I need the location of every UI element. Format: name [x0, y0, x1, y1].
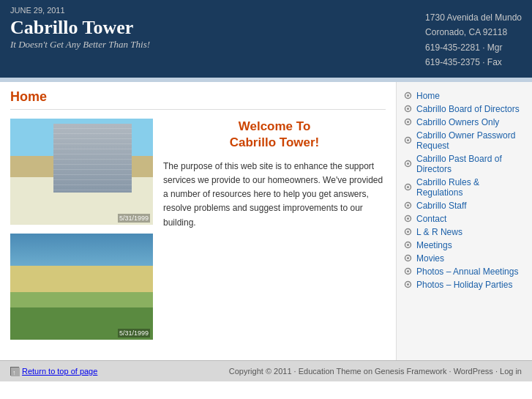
fax: 619-435-2375 · Fax [425, 55, 522, 70]
svg-point-11 [407, 186, 409, 188]
header-address: 1730 Avenida del Mundo Coronado, CA 9211… [425, 10, 522, 70]
left-column: 5/31/1999 5/31/1999 [10, 119, 153, 340]
sidebar-item-rules: Cabrillo Rules & Regulations [404, 176, 525, 199]
gear-icon [404, 136, 413, 145]
gear-icon [404, 183, 413, 192]
svg-point-13 [407, 204, 409, 206]
welcome-title-line2: Cabrillo Tower! [230, 135, 319, 149]
sidebar-link-owners-only[interactable]: Cabrillo Owners Only [416, 117, 499, 127]
sidebar-item-past-board: Cabrillo Past Board of Directors [404, 152, 525, 176]
svg-point-23 [407, 270, 409, 272]
svg-point-1 [407, 94, 409, 97]
sidebar-item-photos-holiday: Photos – Holiday Parties [404, 278, 525, 291]
sidebar-link-staff[interactable]: Cabrillo Staff [416, 201, 466, 211]
building-timestamp: 5/31/1999 [118, 214, 150, 223]
sidebar-item-board: Cabrillo Board of Directors [404, 102, 525, 116]
return-to-top-link[interactable]: Return to top of page [22, 367, 97, 376]
gear-icon [404, 118, 413, 127]
sidebar-item-contact: Contact [404, 212, 525, 225]
sidebar-link-contact[interactable]: Contact [416, 214, 446, 224]
beach-image-bg [10, 234, 153, 340]
gear-icon [404, 228, 413, 236]
sidebar-link-movies[interactable]: Movies [416, 253, 444, 264]
sidebar-link-board[interactable]: Cabrillo Board of Directors [416, 104, 520, 114]
sidebar-item-movies: Movies [404, 252, 525, 265]
footer-copyright: Copyright © 2011 · Education Theme on Ge… [229, 367, 522, 376]
svg-point-19 [407, 244, 409, 246]
welcome-title-line1: Welcome To [239, 119, 311, 133]
header: JUNE 29, 2011 Cabrillo Tower It Doesn't … [0, 0, 532, 78]
return-icon: ↑ [10, 367, 19, 376]
sidebar-link-lr-news[interactable]: L & R News [416, 227, 462, 237]
sidebar-link-password[interactable]: Cabrillo Owner Password Request [416, 130, 525, 151]
sidebar-link-photos-annual[interactable]: Photos – Annual Meetings [416, 266, 518, 277]
beach-timestamp: 5/31/1999 [118, 329, 150, 338]
sidebar-link-past-board[interactable]: Cabrillo Past Board of Directors [416, 154, 525, 174]
gear-icon [404, 267, 413, 276]
page-title: Home [10, 89, 386, 110]
sidebar-item-home: Home [404, 89, 525, 102]
sidebar-item-password: Cabrillo Owner Password Request [404, 129, 525, 152]
sidebar-item-meetings: Meetings [404, 239, 525, 252]
svg-text:↑: ↑ [12, 369, 16, 376]
sidebar-item-staff: Cabrillo Staff [404, 199, 525, 212]
sidebar-item-photos-annual: Photos – Annual Meetings [404, 265, 525, 278]
svg-point-17 [407, 231, 409, 233]
svg-point-7 [407, 139, 409, 141]
svg-point-3 [407, 108, 409, 110]
header-left: JUNE 29, 2011 Cabrillo Tower It Doesn't … [10, 6, 150, 51]
gear-icon [404, 92, 413, 100]
gear-icon [404, 280, 413, 289]
sidebar-link-rules[interactable]: Cabrillo Rules & Regulations [416, 177, 525, 198]
address-line2: Coronado, CA 92118 [425, 25, 522, 40]
sidebar-item-owners-only: Cabrillo Owners Only [404, 116, 525, 129]
footer: ↑ Return to top of page Copyright © 2011… [0, 360, 532, 381]
main-wrapper: Home 5/31/1999 5/31/1999 Welcome To [0, 82, 532, 360]
sidebar-link-home[interactable]: Home [416, 91, 440, 101]
gear-icon [404, 160, 413, 168]
site-tagline: It Doesn't Get Any Better Than This! [10, 39, 150, 51]
sidebar-link-photos-holiday[interactable]: Photos – Holiday Parties [416, 280, 512, 290]
svg-point-5 [407, 121, 409, 123]
content-inner: 5/31/1999 5/31/1999 Welcome To Cabrillo … [10, 119, 386, 340]
content-area: Home 5/31/1999 5/31/1999 Welcome To [0, 82, 397, 360]
header-date: JUNE 29, 2011 [10, 6, 150, 15]
gear-icon [404, 105, 413, 113]
beach-image: 5/31/1999 [10, 234, 153, 340]
sidebar-link-meetings[interactable]: Meetings [416, 240, 452, 250]
sidebar: Home Cabrillo Board of Directors Cabrill… [397, 82, 532, 360]
site-title: Cabrillo Tower [10, 18, 150, 39]
building-image: 5/31/1999 [10, 119, 153, 225]
building-image-bg [10, 119, 153, 225]
gear-icon [404, 201, 413, 210]
footer-return: ↑ Return to top of page [10, 367, 97, 376]
phone: 619-435-2281 · Mgr [425, 40, 522, 55]
gear-icon [404, 254, 413, 263]
sidebar-item-lr-news: L & R News [404, 225, 525, 239]
welcome-body: The purpose of this web site is to enhan… [163, 160, 386, 230]
building-shape [53, 124, 132, 193]
gear-icon [404, 215, 413, 223]
svg-point-25 [407, 283, 409, 286]
svg-point-21 [407, 257, 409, 259]
gear-icon [404, 241, 413, 250]
address-line1: 1730 Avenida del Mundo [425, 10, 522, 25]
svg-point-9 [407, 163, 409, 165]
welcome-title: Welcome To Cabrillo Tower! [163, 119, 386, 151]
right-column: Welcome To Cabrillo Tower! The purpose o… [163, 119, 386, 340]
svg-point-15 [407, 217, 409, 220]
